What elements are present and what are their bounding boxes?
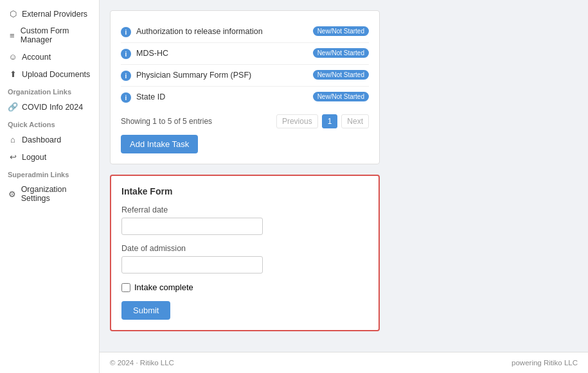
submit-button[interactable]: Submit — [121, 301, 170, 320]
pagination-info: Showing 1 to 5 of 5 entries — [121, 117, 272, 126]
admission-date-label: Date of admission — [121, 244, 368, 253]
next-button[interactable]: Next — [341, 114, 369, 128]
prev-button[interactable]: Previous — [276, 114, 318, 128]
referral-date-input[interactable] — [121, 218, 263, 235]
status-badge: New/Not Started — [313, 70, 369, 80]
upload-icon: ⬆ — [8, 69, 18, 79]
sidebar-item-external-providers[interactable]: ⬡ External Providers — [0, 5, 99, 22]
intake-complete-checkbox[interactable] — [121, 283, 130, 292]
sidebar-item-covid-info[interactable]: 🔗 COVID Info 2024 — [0, 98, 99, 116]
status-badge: New/Not Started — [313, 92, 369, 101]
status-badge: New/Not Started — [313, 26, 369, 36]
sidebar-item-label: Custom Form Manager — [21, 26, 91, 44]
sidebar-item-dashboard[interactable]: ⌂ Dashboard — [0, 131, 99, 148]
referral-date-group: Referral date — [121, 205, 368, 235]
sidebar-item-org-settings[interactable]: ⚙ Organization Settings — [0, 181, 99, 207]
task-name: Physician Summary Form (PSF) — [136, 70, 308, 80]
settings-icon: ⚙ — [8, 189, 17, 199]
task-info-icon: i — [121, 92, 131, 103]
task-info-icon: i — [121, 27, 131, 37]
sidebar-item-label: Logout — [22, 153, 46, 162]
task-name: MDS-HC — [136, 48, 308, 58]
intake-form-card: Intake Form Referral date Date of admiss… — [110, 175, 380, 331]
status-badge: New/Not Started — [313, 48, 369, 58]
footer-copyright: © 2024 · Ritiko LLC — [110, 359, 174, 367]
task-info-icon: i — [121, 49, 131, 59]
add-intake-task-button[interactable]: Add Intake Task — [121, 135, 198, 153]
account-icon: ☺ — [8, 52, 18, 62]
intake-form-title: Intake Form — [121, 186, 368, 196]
org-links-section: Organization Links — [0, 83, 99, 98]
main-content: i Authorization to release information N… — [100, 0, 588, 373]
sidebar-item-label: Upload Documents — [22, 70, 90, 79]
task-info-icon: i — [121, 71, 131, 81]
footer: © 2024 · Ritiko LLC powering Ritiko LLC — [100, 352, 588, 373]
table-row: i State ID New/Not Started — [121, 87, 369, 108]
admission-date-group: Date of admission — [121, 244, 368, 273]
admission-date-input[interactable] — [121, 256, 263, 273]
sidebar-item-label: Organization Settings — [21, 185, 91, 203]
tasks-card: i Authorization to release information N… — [110, 10, 380, 164]
sidebar-item-upload-documents[interactable]: ⬆ Upload Documents — [0, 65, 99, 83]
sidebar-item-logout[interactable]: ↩ Logout — [0, 148, 99, 166]
sidebar-item-custom-form-manager[interactable]: ≡ Custom Form Manager — [0, 22, 99, 48]
task-name: State ID — [136, 92, 308, 102]
pagination-row: Showing 1 to 5 of 5 entries Previous 1 N… — [121, 114, 369, 128]
intake-complete-row: Intake complete — [121, 282, 368, 292]
quick-actions-section: Quick Actions — [0, 116, 99, 131]
sidebar-item-account[interactable]: ☺ Account — [0, 48, 99, 65]
task-rows: i Authorization to release information N… — [121, 21, 369, 108]
referral-date-label: Referral date — [121, 205, 368, 214]
sidebar-item-label: External Providers — [22, 10, 87, 19]
superadmin-section: Superadmin Links — [0, 166, 99, 181]
table-row: i Physician Summary Form (PSF) New/Not S… — [121, 65, 369, 87]
sidebar-item-label: COVID Info 2024 — [22, 103, 83, 112]
page-1-button[interactable]: 1 — [322, 114, 338, 128]
table-row: i Authorization to release information N… — [121, 21, 369, 43]
logout-icon: ↩ — [8, 152, 18, 162]
home-icon: ⌂ — [8, 135, 18, 144]
link-icon: 🔗 — [8, 102, 18, 112]
sidebar-item-label: Account — [22, 53, 51, 62]
table-row: i MDS-HC New/Not Started — [121, 43, 369, 65]
sidebar: ⬡ External Providers ≡ Custom Form Manag… — [0, 0, 100, 373]
intake-complete-label: Intake complete — [134, 282, 193, 292]
task-name: Authorization to release information — [136, 26, 308, 37]
sidebar-item-label: Dashboard — [22, 135, 61, 144]
custom-form-icon: ≡ — [8, 31, 17, 40]
footer-powered-by: powering Ritiko LLC — [512, 359, 578, 367]
external-providers-icon: ⬡ — [8, 9, 18, 19]
